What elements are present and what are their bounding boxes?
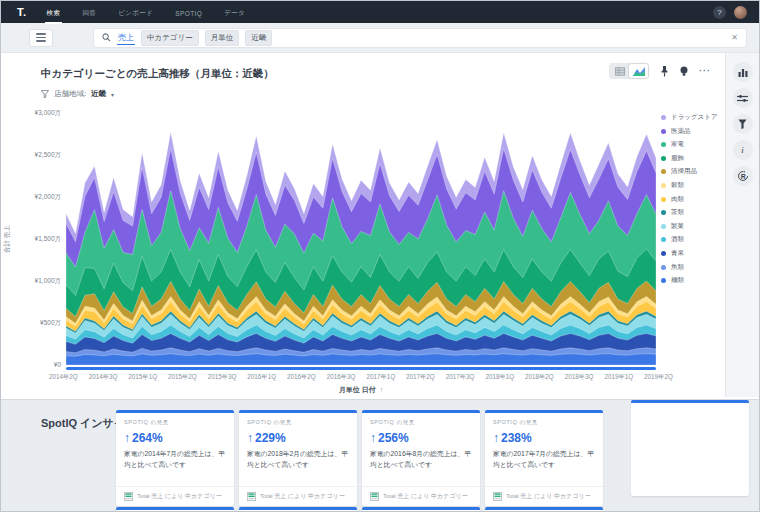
legend-item-6[interactable]: 肉類 — [661, 195, 718, 204]
area-series[interactable] — [66, 354, 656, 365]
insight-card-row2-0[interactable] — [116, 507, 234, 511]
x-tick: 2015年2Q — [168, 373, 197, 382]
card-source-label: SPOTIQ の発見 — [493, 419, 595, 426]
chart-scrollbar[interactable] — [66, 367, 656, 370]
legend-item-12[interactable]: 麺類 — [661, 276, 718, 285]
data-source-icon[interactable] — [29, 29, 53, 47]
filter-label: 店舗地域: — [54, 89, 86, 99]
search-chip-1[interactable]: 月単位 — [205, 30, 240, 46]
up-arrow-icon: ↑ — [124, 431, 130, 445]
chart-type-icon[interactable] — [733, 62, 753, 82]
legend-label: 青果 — [671, 249, 684, 258]
x-axis-title[interactable]: 月単位 日付↑ — [66, 385, 656, 395]
card-percentage: ↑264% — [124, 431, 226, 445]
configure-icon[interactable] — [733, 88, 753, 108]
legend-item-5[interactable]: 穀類 — [661, 181, 718, 190]
legend-item-10[interactable]: 青果 — [661, 249, 718, 258]
legend-item-7[interactable]: 茶類 — [661, 208, 718, 217]
legend-label: 製菓 — [671, 222, 684, 231]
legend-item-0[interactable]: ドラッグストア — [661, 113, 718, 122]
pin-icon[interactable] — [660, 66, 669, 77]
card-percentage: ↑256% — [370, 431, 472, 445]
legend-item-1[interactable]: 医薬品 — [661, 127, 718, 136]
legend-label: 肉類 — [671, 195, 684, 204]
nav-tab-3[interactable]: SPOTIQ — [173, 2, 204, 23]
insight-card-row2-2[interactable] — [362, 507, 480, 511]
search-icon — [102, 33, 111, 42]
more-options-icon[interactable]: ··· — [699, 66, 711, 76]
nav-right: ? — [713, 6, 747, 19]
card-description: 家電の2016年8月の総売上は、平均と比べて高いです — [370, 449, 472, 470]
x-tick: 2019年2Q — [644, 373, 673, 382]
legend-dot — [661, 142, 666, 147]
legend-dot — [661, 210, 666, 215]
legend-dot — [661, 224, 666, 229]
stacked-area-chart[interactable] — [66, 113, 656, 365]
thoughtspot-logo[interactable]: T. — [17, 6, 27, 18]
card-footer-text: Total 売上 により 中カテゴリー — [137, 492, 222, 501]
legend-item-2[interactable]: 家電 — [661, 140, 718, 149]
nav-tab-4[interactable]: データ — [222, 1, 247, 24]
card-description: 家電の2018年2月の総売上は、平均と比べて高いです — [247, 449, 349, 470]
avatar[interactable] — [734, 6, 747, 19]
viz-type-toggle — [609, 63, 649, 79]
legend-label: 麺類 — [671, 276, 684, 285]
card-footer-text: Total 売上 により 中カテゴリー — [383, 492, 468, 501]
info-icon[interactable]: i — [733, 140, 753, 160]
insight-card-row2-3[interactable] — [485, 507, 603, 511]
legend-item-11[interactable]: 魚類 — [661, 263, 718, 272]
r-analysis-icon[interactable]: R — [733, 166, 753, 186]
table-icon — [493, 492, 502, 501]
up-arrow-icon: ↑ — [370, 431, 376, 445]
search-token-sales[interactable]: 売上 — [117, 31, 135, 45]
nav-tab-2[interactable]: ピンボード — [116, 1, 155, 24]
top-nav: T. 検索回答ピンボードSPOTIQデータ ? — [1, 1, 759, 23]
filter-funnel-icon — [41, 90, 49, 98]
legend-dot — [661, 251, 666, 256]
card-footer: Total 売上 により 中カテゴリー — [239, 486, 357, 506]
y-axis-title: 合計 売上 — [3, 225, 12, 253]
nav-tab-1[interactable]: 回答 — [80, 1, 98, 24]
legend-label: 魚類 — [671, 263, 684, 272]
legend-item-8[interactable]: 製菓 — [661, 222, 718, 231]
legend-item-9[interactable]: 酒類 — [661, 235, 718, 244]
nav-tab-0[interactable]: 検索 — [45, 1, 63, 24]
area-chart-view-icon[interactable] — [629, 64, 648, 78]
card-source-label: SPOTIQ の発見 — [247, 419, 349, 426]
clear-search-icon[interactable]: ✕ — [731, 33, 738, 42]
insight-card-2[interactable]: SPOTIQ の発見↑256%家電の2016年8月の総売上は、平均と比べて高いで… — [362, 410, 480, 506]
y-tick: ¥2,000万 — [15, 193, 61, 202]
filter-value[interactable]: 近畿 — [91, 89, 106, 99]
legend-dot — [661, 129, 666, 134]
spotiq-insights-section: SpotIQ インサイト SPOTIQ の発見↑264%家電の2014年7月の総… — [1, 399, 759, 511]
table-view-icon[interactable] — [610, 64, 629, 78]
card-footer: Total 売上 により 中カテゴリー — [362, 486, 480, 506]
legend-item-3[interactable]: 服飾 — [661, 154, 718, 163]
insight-card-row2-1[interactable] — [239, 507, 357, 511]
y-tick: ¥1,500万 — [15, 235, 61, 244]
x-tick: 2016年3Q — [327, 373, 356, 382]
chevron-down-icon[interactable]: ▾ — [111, 91, 114, 98]
right-icon-rail: i R — [725, 53, 759, 397]
legend-dot — [661, 169, 666, 174]
x-tick: 2018年3Q — [565, 373, 594, 382]
up-arrow-icon: ↑ — [247, 431, 253, 445]
x-tick: 2014年3Q — [89, 373, 118, 382]
legend-item-4[interactable]: 清掃用品 — [661, 167, 718, 176]
card-footer-text: Total 売上 により 中カテゴリー — [260, 492, 345, 501]
search-chip-0[interactable]: 中カテゴリー — [141, 30, 199, 46]
nav-tabs: 検索回答ピンボードSPOTIQデータ — [45, 1, 266, 23]
legend-label: 服飾 — [671, 154, 684, 163]
insights-bulb-icon[interactable] — [680, 66, 688, 77]
insight-card-partial[interactable] — [631, 400, 749, 496]
filter-icon[interactable] — [733, 114, 753, 134]
search-bar-row: 売上 中カテゴリー月単位近畿 ✕ — [1, 23, 759, 53]
search-input[interactable]: 売上 中カテゴリー月単位近畿 ✕ — [93, 28, 747, 48]
insight-card-3[interactable]: SPOTIQ の発見↑238%家電の2017年7月の総売上は、平均と比べて高いで… — [485, 410, 603, 506]
insight-card-0[interactable]: SPOTIQ の発見↑264%家電の2014年7月の総売上は、平均と比べて高いで… — [116, 410, 234, 506]
help-icon[interactable]: ? — [713, 6, 726, 19]
insight-card-1[interactable]: SPOTIQ の発見↑229%家電の2018年2月の総売上は、平均と比べて高いで… — [239, 410, 357, 506]
table-icon — [124, 492, 133, 501]
x-tick: 2016年1Q — [247, 373, 276, 382]
search-chip-2[interactable]: 近畿 — [245, 30, 272, 46]
